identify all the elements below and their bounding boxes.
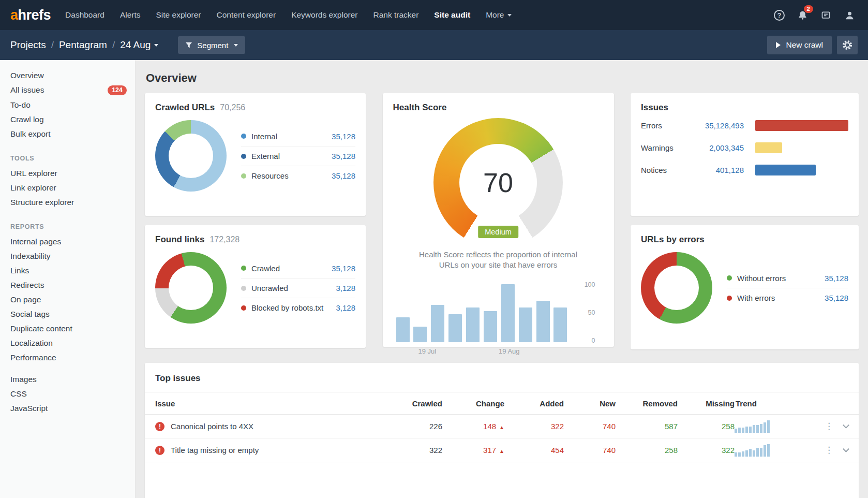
issues-row-value-link[interactable]: 2,003,345	[689, 143, 744, 152]
legend-value-link[interactable]: 35,128	[825, 274, 848, 283]
issues-row-value-link[interactable]: 35,128,493	[689, 121, 744, 130]
sidebar-item-label: Crawl log	[10, 115, 44, 124]
sidebar-item-crawl-log[interactable]: Crawl log	[0, 112, 135, 127]
sidebar-item-redirects[interactable]: Redirects	[0, 278, 135, 292]
chevron-down-icon[interactable]	[843, 446, 849, 452]
gear-icon	[842, 40, 852, 50]
legend-dot	[727, 296, 732, 301]
feedback-button[interactable]	[820, 10, 831, 21]
user-menu-button[interactable]	[844, 9, 856, 21]
sidebar-item-label: Links	[10, 266, 29, 275]
table-row[interactable]: ! Title tag missing or empty 322 317▲ 45…	[145, 438, 859, 462]
gauge-hole: 70	[459, 144, 537, 222]
legend-item-uncrawled: Uncrawled 3,128	[241, 278, 355, 298]
legend-value-link[interactable]: 35,128	[332, 152, 355, 160]
y-tick: 50	[588, 309, 595, 316]
notifications-button[interactable]: 2	[797, 10, 808, 21]
sidebar-item-localization[interactable]: Localization	[0, 336, 135, 350]
chevron-down-icon[interactable]	[843, 422, 849, 429]
ahrefs-logo[interactable]: ahrefs	[10, 7, 51, 23]
new-crawl-button[interactable]: New crawl	[767, 36, 832, 54]
legend-item-blocked: Blocked by robots.txt 3,128	[241, 298, 355, 317]
nav-dashboard[interactable]: Dashboard	[65, 10, 104, 20]
breadcrumb-separator: /	[51, 39, 54, 51]
sidebar-item-all-issues[interactable]: All issues124	[0, 83, 135, 98]
sidebar-item-overview[interactable]: Overview	[0, 68, 135, 83]
sidebar-item-images[interactable]: Images	[0, 372, 135, 387]
top-issues-table-header: Issue Crawled Change Added New Removed M…	[145, 392, 859, 415]
breadcrumb-separator: /	[112, 39, 115, 51]
legend-value-link[interactable]: 35,128	[332, 264, 355, 273]
urls-by-errors-title: URLs by errors	[641, 235, 705, 245]
nav-rank-tracker[interactable]: Rank tracker	[373, 10, 418, 20]
crawled-urls-donut-chart	[155, 120, 227, 192]
sidebar-item-links[interactable]: Links	[0, 263, 135, 278]
legend-dot	[241, 154, 246, 159]
sidebar-item-duplicate-content[interactable]: Duplicate content	[0, 321, 135, 336]
sidebar-item-link-explorer[interactable]: Link explorer	[0, 181, 135, 195]
donut-hole	[169, 134, 213, 178]
nav-more[interactable]: More	[486, 10, 512, 20]
sidebar-item-bulk-export[interactable]: Bulk export	[0, 127, 135, 141]
issue-link[interactable]: Title tag missing or empty	[171, 446, 259, 455]
removed-value: 587	[616, 422, 678, 431]
help-icon[interactable]: ?	[774, 10, 785, 21]
col-header-crawled: Crawled	[396, 399, 442, 408]
issues-card: Issues Errors 35,128,493 Warnings 2,003,…	[631, 93, 859, 216]
legend-value-link[interactable]: 35,128	[825, 294, 848, 302]
legend-value-link[interactable]: 35,128	[332, 171, 355, 180]
legend-item-without-errors: Without errors 35,128	[727, 268, 848, 288]
breadcrumb-projects[interactable]: Projects	[10, 39, 46, 51]
change-number: 317	[483, 446, 496, 455]
nav-keywords-explorer[interactable]: Keywords explorer	[291, 10, 357, 20]
sidebar-item-performance[interactable]: Performance	[0, 350, 135, 365]
nav-alerts[interactable]: Alerts	[120, 10, 141, 20]
missing-value: 258	[678, 422, 735, 431]
sidebar-item-label: Bulk export	[10, 129, 51, 139]
page-title: Overview	[146, 71, 858, 85]
kebab-menu-icon[interactable]: ⋮	[825, 446, 833, 455]
sidebar-item-label: Performance	[10, 353, 56, 362]
trend-up-icon: ▲	[499, 448, 504, 454]
sidebar-item-css[interactable]: CSS	[0, 387, 135, 401]
legend-item-with-errors: With errors 35,128	[727, 288, 848, 307]
table-row[interactable]: ! Canonical points to 4XX 226 148▲ 322 7…	[145, 415, 859, 438]
issues-row-notices: Notices 401,128	[641, 160, 848, 180]
sidebar-item-label: Indexability	[10, 252, 51, 261]
legend-label: Blocked by robots.txt	[251, 303, 323, 312]
sidebar-section-tools: TOOLS	[0, 141, 135, 166]
sidebar-item-structure-explorer[interactable]: Structure explorer	[0, 195, 135, 210]
breadcrumb-project-name[interactable]: Pentagram	[59, 39, 107, 51]
added-value: 454	[504, 446, 564, 455]
legend-value-link[interactable]: 3,128	[336, 303, 355, 312]
sidebar-item-label: All issues	[10, 85, 44, 95]
urls-by-errors-legend: Without errors 35,128 With errors 35,128	[727, 268, 848, 307]
legend-value-link[interactable]: 35,128	[332, 132, 355, 141]
segment-button[interactable]: Segment	[178, 36, 245, 54]
sidebar-item-social-tags[interactable]: Social tags	[0, 307, 135, 321]
sidebar-item-url-explorer[interactable]: URL explorer	[0, 166, 135, 181]
kebab-menu-icon[interactable]: ⋮	[825, 422, 833, 431]
sidebar-item-javascript[interactable]: JavaScript	[0, 401, 135, 416]
issue-link[interactable]: Canonical points to 4XX	[171, 422, 253, 431]
crawl-date-select[interactable]: 24 Aug	[120, 39, 158, 51]
sidebar-item-to-do[interactable]: To-do	[0, 98, 135, 112]
sidebar-item-on-page[interactable]: On page	[0, 292, 135, 307]
chevron-down-icon	[234, 44, 238, 47]
health-score-gauge: 70 Medium	[433, 118, 563, 241]
nav-site-audit[interactable]: Site audit	[434, 10, 470, 20]
settings-gear-button[interactable]	[837, 36, 858, 54]
legend-value-link[interactable]: 3,128	[336, 284, 355, 292]
issues-row-value-link[interactable]: 401,128	[689, 166, 744, 174]
nav-content-explorer[interactable]: Content explorer	[217, 10, 276, 20]
nav-site-explorer[interactable]: Site explorer	[156, 10, 201, 20]
change-value: 148▲	[442, 422, 504, 431]
crawled-urls-legend: Internal 35,128 External 35,128 Resource…	[241, 126, 355, 185]
sidebar-item-indexability[interactable]: Indexability	[0, 249, 135, 263]
play-icon	[776, 42, 781, 48]
legend-label: Without errors	[737, 274, 786, 283]
issues-row-warnings: Warnings 2,003,345	[641, 138, 848, 157]
col-header-new: New	[564, 399, 616, 408]
feedback-icon	[820, 10, 831, 21]
sidebar-item-internal-pages[interactable]: Internal pages	[0, 235, 135, 249]
